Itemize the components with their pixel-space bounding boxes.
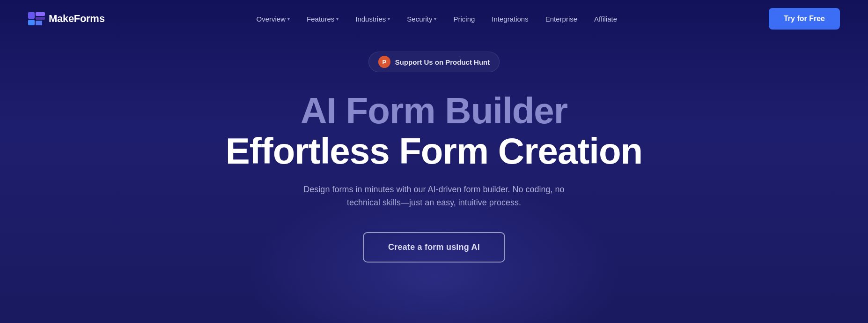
create-form-button[interactable]: Create a form using AI bbox=[363, 232, 505, 263]
hero-title-ai: AI Form Builder bbox=[301, 91, 567, 131]
product-hunt-icon: P bbox=[378, 56, 390, 68]
chevron-down-icon: ▾ bbox=[434, 16, 436, 22]
chevron-down-icon: ▾ bbox=[388, 16, 390, 22]
logo-icon bbox=[28, 12, 45, 25]
nav-item-enterprise[interactable]: Enterprise bbox=[538, 11, 585, 27]
svg-rect-1 bbox=[28, 20, 35, 25]
hero-subtitle: Design forms in minutes with our AI-driv… bbox=[294, 183, 574, 210]
chevron-down-icon: ▾ bbox=[287, 16, 290, 22]
svg-rect-2 bbox=[36, 12, 45, 16]
navbar: MakeForms Overview ▾ Features ▾ Industri… bbox=[0, 0, 868, 38]
page-wrapper: MakeForms Overview ▾ Features ▾ Industri… bbox=[0, 0, 868, 323]
logo-text: MakeForms bbox=[49, 13, 105, 25]
hero-section: P Support Us on Product Hunt AI Form Bui… bbox=[0, 38, 868, 263]
product-hunt-banner[interactable]: P Support Us on Product Hunt bbox=[368, 52, 500, 72]
hero-title-main: Effortless Form Creation bbox=[226, 131, 642, 172]
chevron-down-icon: ▾ bbox=[336, 16, 338, 22]
nav-item-security[interactable]: Security ▾ bbox=[399, 11, 444, 27]
logo-area[interactable]: MakeForms bbox=[28, 12, 105, 25]
svg-rect-0 bbox=[28, 12, 35, 19]
nav-menu: Overview ▾ Features ▾ Industries ▾ Secur… bbox=[249, 11, 625, 27]
nav-item-pricing[interactable]: Pricing bbox=[446, 11, 482, 27]
nav-item-integrations[interactable]: Integrations bbox=[484, 11, 536, 27]
nav-item-industries[interactable]: Industries ▾ bbox=[348, 11, 397, 27]
product-hunt-text: Support Us on Product Hunt bbox=[395, 58, 490, 66]
nav-item-features[interactable]: Features ▾ bbox=[299, 11, 346, 27]
nav-item-overview[interactable]: Overview ▾ bbox=[249, 11, 298, 27]
nav-item-affiliate[interactable]: Affiliate bbox=[587, 11, 625, 27]
navbar-right: Try for Free bbox=[769, 8, 840, 30]
svg-rect-3 bbox=[36, 17, 45, 20]
try-free-button[interactable]: Try for Free bbox=[769, 8, 840, 30]
svg-rect-4 bbox=[36, 21, 42, 25]
